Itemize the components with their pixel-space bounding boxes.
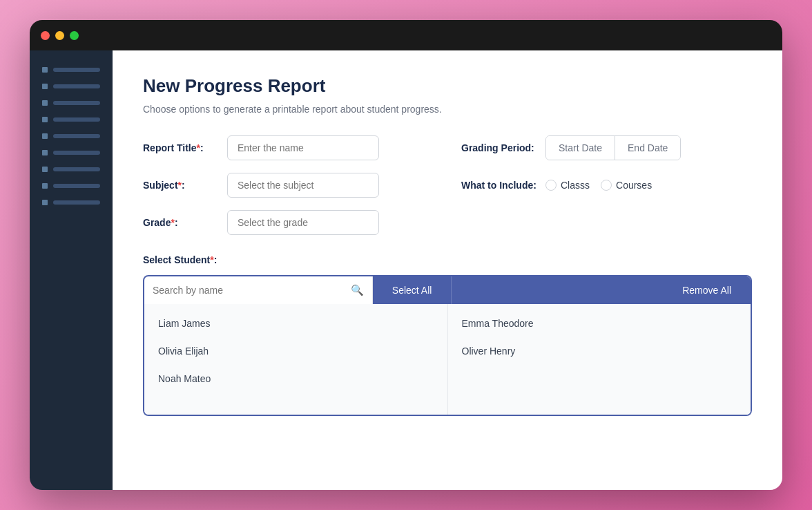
empty-cell <box>461 210 752 235</box>
sidebar-item[interactable] <box>42 67 100 73</box>
maximize-button[interactable] <box>70 31 79 40</box>
grading-period-label: Grading Period: <box>461 142 537 153</box>
classes-option[interactable]: Classs <box>545 180 590 191</box>
what-to-include-label: What to Include: <box>461 180 537 191</box>
app-window: New Progress Report Choose options to ge… <box>30 20 782 490</box>
selector-header: 🔍 Select All Remove All <box>144 276 751 304</box>
courses-label: Courses <box>616 180 652 191</box>
page-subtitle: Choose options to generate a printable r… <box>143 104 752 115</box>
selected-student-item[interactable]: Emma Theodore <box>448 310 751 337</box>
sidebar-item[interactable] <box>42 117 100 122</box>
app-body: New Progress Report Choose options to ge… <box>30 50 782 490</box>
sidebar-dot <box>42 117 48 122</box>
right-panel-header <box>452 276 663 304</box>
main-content: New Progress Report Choose options to ge… <box>113 50 782 490</box>
page-title: New Progress Report <box>143 75 752 97</box>
sidebar-item[interactable] <box>42 150 100 155</box>
sidebar-line <box>53 200 100 205</box>
required-asterisk: * <box>178 180 182 191</box>
sidebar-item[interactable] <box>42 84 100 89</box>
minimize-button[interactable] <box>55 31 64 40</box>
remove-all-button[interactable]: Remove All <box>663 276 751 304</box>
courses-option[interactable]: Courses <box>601 180 652 191</box>
sidebar-line <box>53 167 100 171</box>
search-icon: 🔍 <box>351 284 364 296</box>
sidebar-line <box>53 68 100 72</box>
select-all-button[interactable]: Select All <box>373 276 452 304</box>
sidebar <box>30 50 113 490</box>
sidebar-dot <box>42 150 48 155</box>
form-section: Report Title*: Grading Period: Start Dat… <box>143 135 752 235</box>
sidebar-item[interactable] <box>42 200 100 205</box>
classes-label: Classs <box>561 180 590 191</box>
sidebar-line <box>53 84 100 88</box>
grade-input[interactable] <box>227 210 379 235</box>
sidebar-dot <box>42 200 48 205</box>
grade-row: Grade*: <box>143 210 434 235</box>
sidebar-line <box>53 101 100 105</box>
sidebar-dot <box>42 133 48 139</box>
student-item[interactable]: Noah Mateo <box>144 365 447 393</box>
selector-body: Liam James Olivia Elijah Noah Mateo Emma… <box>144 304 751 415</box>
classes-radio[interactable] <box>545 180 557 191</box>
student-selector: 🔍 Select All Remove All Liam James Olivi… <box>143 275 752 416</box>
subject-input[interactable] <box>227 173 379 198</box>
sidebar-dot <box>42 100 48 106</box>
report-title-input[interactable] <box>227 135 379 160</box>
subject-label: Subject*: <box>143 180 219 191</box>
what-to-include-row: What to Include: Classs Courses <box>461 173 752 198</box>
student-item[interactable]: Olivia Elijah <box>144 337 447 365</box>
close-button[interactable] <box>41 31 50 40</box>
what-to-include-options: Classs Courses <box>545 180 652 191</box>
sidebar-item[interactable] <box>42 133 100 139</box>
sidebar-item[interactable] <box>42 183 100 189</box>
sidebar-dot <box>42 167 48 172</box>
selected-students-list: Emma Theodore Oliver Henry <box>448 304 751 415</box>
search-input[interactable] <box>153 276 345 304</box>
sidebar-line <box>53 134 100 138</box>
student-item[interactable]: Liam James <box>144 310 447 337</box>
grading-period-group: Start Date End Date <box>545 135 681 160</box>
subject-row: Subject*: <box>143 173 434 198</box>
required-asterisk: * <box>197 142 200 153</box>
available-students-list: Liam James Olivia Elijah Noah Mateo <box>144 304 448 415</box>
traffic-lights <box>41 31 79 40</box>
report-title-label: Report Title*: <box>143 142 219 153</box>
search-area: 🔍 <box>144 276 373 304</box>
sidebar-item[interactable] <box>42 100 100 106</box>
courses-radio[interactable] <box>601 180 612 191</box>
sidebar-dot <box>42 183 48 189</box>
title-bar <box>30 20 782 50</box>
grade-label: Grade*: <box>143 217 219 228</box>
sidebar-item[interactable] <box>42 167 100 172</box>
sidebar-line <box>53 151 100 155</box>
required-asterisk: * <box>171 217 174 228</box>
start-date-button[interactable]: Start Date <box>546 136 615 160</box>
grading-period-row: Grading Period: Start Date End Date <box>461 135 752 160</box>
sidebar-line <box>53 184 100 188</box>
sidebar-dot <box>42 67 48 73</box>
select-student-label: Select Student*: <box>143 254 752 265</box>
report-title-row: Report Title*: <box>143 135 434 160</box>
sidebar-dot <box>42 84 48 89</box>
end-date-button[interactable]: End Date <box>615 136 680 160</box>
selected-student-item[interactable]: Oliver Henry <box>448 337 751 365</box>
sidebar-line <box>53 117 100 122</box>
